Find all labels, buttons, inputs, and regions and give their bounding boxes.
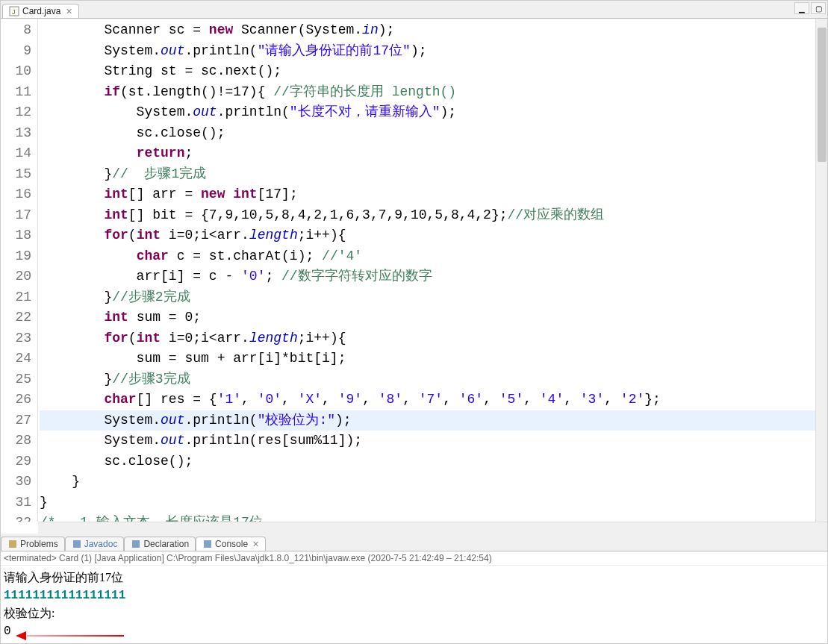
- declaration-icon: [131, 539, 141, 549]
- bottom-tab-label: Declaration: [143, 539, 189, 549]
- code-line[interactable]: System.out.println("请输入身份证的前17位");: [40, 41, 815, 62]
- bottom-tab-label: Javadoc: [84, 539, 118, 549]
- java-file-icon: J: [9, 6, 19, 16]
- console-user-input: 11111111111111111: [4, 587, 824, 604]
- bottom-tab-declaration[interactable]: Declaration: [124, 537, 196, 551]
- line-number: 9: [1, 41, 31, 62]
- line-number: 26: [1, 390, 31, 410]
- line-number: 21: [1, 287, 31, 308]
- code-line[interactable]: arr[i] = c - '0'; //数字字符转对应的数字: [40, 266, 815, 287]
- svg-text:J: J: [12, 8, 16, 16]
- code-line[interactable]: char c = st.charAt(i); //'4': [40, 246, 815, 267]
- code-line[interactable]: System.out.println(res[sum%11]);: [40, 431, 815, 451]
- code-editor[interactable]: 8910111213141516171819202122232425262728…: [1, 19, 827, 522]
- line-number: 13: [1, 123, 31, 144]
- code-line[interactable]: sc.close();: [40, 451, 815, 472]
- vertical-scrollbar[interactable]: [815, 19, 827, 522]
- line-number: 27: [1, 410, 31, 431]
- problems-icon: [7, 539, 18, 549]
- bottom-tab-problems[interactable]: Problems: [1, 537, 65, 551]
- svg-rect-2: [9, 540, 16, 548]
- line-number: 17: [1, 205, 31, 226]
- console-output[interactable]: 请输入身份证的前17位 11111111111111111 校验位为: 0: [1, 566, 827, 643]
- line-number: 19: [1, 246, 31, 267]
- code-line[interactable]: }//步骤2完成: [40, 287, 815, 308]
- bottom-tab-bar: ProblemsJavadocDeclarationConsole✕: [1, 534, 827, 551]
- line-number: 14: [1, 143, 31, 164]
- line-number: 31: [1, 493, 31, 513]
- line-number: 23: [1, 328, 31, 349]
- line-number: 20: [1, 266, 31, 287]
- maximize-button[interactable]: ▢: [811, 2, 826, 14]
- code-line[interactable]: int sum = 0;: [40, 307, 815, 328]
- code-line[interactable]: }//步骤3完成: [40, 369, 815, 390]
- bottom-tab-label: Problems: [20, 539, 58, 549]
- code-line[interactable]: return;: [40, 143, 815, 164]
- code-line[interactable]: int[] bit = {7,9,10,5,8,4,2,1,6,3,7,9,10…: [40, 205, 815, 226]
- line-number: 18: [1, 225, 31, 246]
- bottom-tab-javadoc[interactable]: Javadoc: [65, 537, 125, 551]
- line-number: 30: [1, 472, 31, 493]
- line-number: 10: [1, 61, 31, 82]
- close-tab-icon[interactable]: ✕: [66, 7, 72, 16]
- svg-rect-4: [132, 540, 140, 548]
- code-line[interactable]: String st = sc.next();: [40, 61, 815, 82]
- code-line[interactable]: }: [40, 493, 815, 513]
- line-number: 28: [1, 431, 31, 451]
- svg-rect-3: [73, 540, 81, 548]
- console-line: 0: [4, 622, 824, 640]
- editor-tab-card-java[interactable]: J Card.java ✕: [2, 4, 79, 18]
- code-line[interactable]: System.out.println("校验位为:");: [40, 410, 815, 431]
- code-line[interactable]: for(int i=0;i<arr.length;i++){: [40, 328, 815, 349]
- code-line[interactable]: sum = sum + arr[i]*bit[i];: [40, 348, 815, 369]
- console-icon: [202, 539, 213, 549]
- line-number: 29: [1, 451, 31, 472]
- bottom-tab-label: Console: [215, 539, 248, 549]
- line-number: 16: [1, 184, 31, 205]
- annotation-arrow: [16, 633, 124, 639]
- code-line[interactable]: int[] arr = new int[17];: [40, 184, 815, 205]
- console-line: 校验位为:: [4, 604, 824, 622]
- bottom-tab-console[interactable]: Console✕: [196, 537, 266, 551]
- line-number-gutter: 8910111213141516171819202122232425262728…: [1, 19, 38, 522]
- line-number: 12: [1, 102, 31, 123]
- code-line[interactable]: }: [40, 472, 815, 493]
- line-number: 8: [1, 20, 31, 41]
- editor-tab-bar: J Card.java ✕ ▁ ▢: [1, 1, 827, 19]
- line-number: 11: [1, 82, 31, 103]
- minimize-button[interactable]: ▁: [794, 2, 809, 14]
- console-line: 请输入身份证的前17位: [4, 569, 824, 587]
- close-tab-icon[interactable]: ✕: [252, 540, 259, 549]
- code-line[interactable]: /* 1 输入文本 长度应该是17位: [40, 513, 815, 522]
- svg-rect-5: [204, 540, 211, 548]
- console-status-line: <terminated> Card (1) [Java Application]…: [1, 551, 827, 566]
- line-number: 22: [1, 307, 31, 328]
- line-number: 25: [1, 369, 31, 390]
- code-content[interactable]: Scanner sc = new Scanner(System.in); Sys…: [38, 19, 815, 522]
- code-line[interactable]: sc.close();: [40, 123, 815, 144]
- code-line[interactable]: System.out.println("长度不对，请重新输入");: [40, 102, 815, 123]
- horizontal-scrollbar[interactable]: [38, 522, 827, 534]
- line-number: 24: [1, 348, 31, 369]
- editor-tab-label: Card.java: [22, 6, 60, 16]
- code-line[interactable]: Scanner sc = new Scanner(System.in);: [40, 20, 815, 41]
- code-line[interactable]: }// 步骤1完成: [40, 164, 815, 185]
- line-number: 15: [1, 164, 31, 185]
- code-line[interactable]: for(int i=0;i<arr.length;i++){: [40, 225, 815, 246]
- code-line[interactable]: if(st.length()!=17){ //字符串的长度用 length(): [40, 82, 815, 103]
- code-line[interactable]: char[] res = {'1', '0', 'X', '9', '8', '…: [40, 390, 815, 410]
- javadoc-icon: [72, 539, 82, 549]
- line-number: 32: [1, 513, 31, 522]
